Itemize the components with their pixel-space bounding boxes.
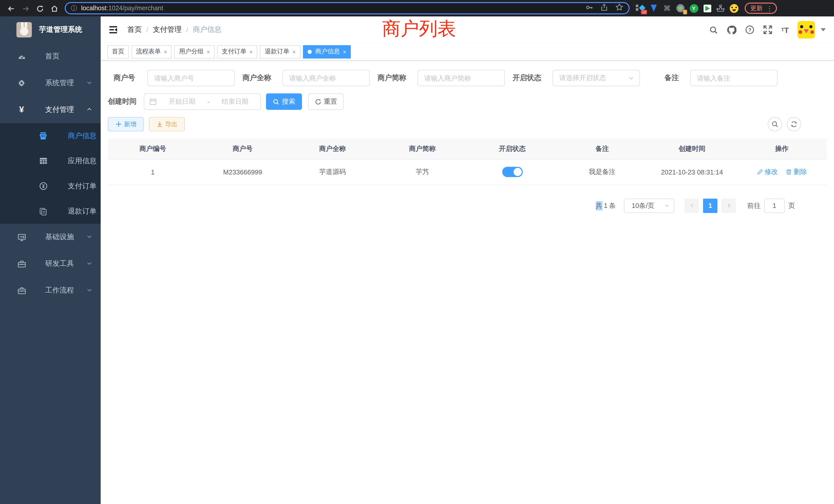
- chrome-menu-icon[interactable]: ⋮: [766, 4, 773, 12]
- short-name-input[interactable]: [418, 70, 505, 86]
- total-count: 共 1 条: [596, 201, 616, 210]
- chevron-down-icon: [628, 75, 634, 81]
- search-icon: [771, 121, 778, 128]
- status-toggle[interactable]: [502, 167, 523, 177]
- tab-home[interactable]: 首页: [107, 45, 129, 58]
- cell-remark: 我是备注: [557, 159, 647, 185]
- screen: ⓘ localhost :1024/pay/merchant 10: [0, 0, 834, 504]
- reset-button[interactable]: 重置: [308, 93, 344, 110]
- next-page-button[interactable]: [722, 198, 736, 213]
- end-date-placeholder: 结束日期: [215, 97, 255, 106]
- sidebar-item-home[interactable]: 首页: [0, 43, 101, 70]
- sidebar: 芋道管理系统 首页 系统管理 ¥ 支付管理: [0, 17, 101, 504]
- pagination: 共 1 条 10条/页 1 前: [108, 198, 795, 213]
- sidebar-item-payment[interactable]: ¥ 支付管理: [0, 96, 101, 123]
- password-key-icon[interactable]: [586, 3, 593, 13]
- header-search-icon[interactable]: [709, 25, 718, 34]
- merchant-no-input[interactable]: [147, 70, 235, 86]
- extension-recorder-icon[interactable]: 1: [676, 4, 685, 13]
- cell-status: [467, 159, 557, 185]
- sidebar-item-app-info[interactable]: 应用信息: [0, 148, 101, 174]
- extension-devtools-icon[interactable]: 10: [636, 4, 645, 13]
- browser-chrome: ⓘ localhost :1024/pay/merchant 10: [0, 0, 834, 17]
- close-icon[interactable]: ×: [164, 48, 167, 55]
- browser-forward-icon[interactable]: [19, 4, 33, 13]
- chevron-down-icon: [86, 287, 92, 295]
- cell-actions: 修改 删除: [737, 159, 827, 185]
- edit-link[interactable]: 修改: [757, 167, 778, 177]
- close-icon[interactable]: ×: [292, 48, 296, 55]
- refresh-table-button[interactable]: [787, 117, 801, 131]
- goto-page-input[interactable]: [764, 198, 785, 213]
- gear-icon: [17, 79, 27, 87]
- chrome-update-button[interactable]: 更新 ⋮: [745, 3, 777, 14]
- user-avatar[interactable]: [797, 21, 815, 39]
- create-time-label: 创建时间: [108, 97, 137, 106]
- sidebar-item-label: 退款订单: [68, 207, 96, 216]
- browser-refresh-icon[interactable]: [33, 4, 47, 13]
- col-actions: 操作: [737, 139, 827, 159]
- remark-label: 备注: [664, 73, 679, 83]
- sidebar-collapse-icon[interactable]: [109, 25, 119, 35]
- tab-pay-order[interactable]: 支付订单×: [217, 45, 258, 58]
- show-search-toggle-button[interactable]: [768, 117, 782, 131]
- tab-merchant-info[interactable]: 商户信息×: [303, 45, 351, 58]
- export-button[interactable]: 导出: [149, 117, 185, 131]
- close-icon[interactable]: ×: [343, 48, 346, 55]
- sidebar-item-dev-tools[interactable]: 研发工具: [0, 250, 101, 277]
- share-icon[interactable]: [600, 3, 608, 13]
- extension-y-icon[interactable]: Y: [689, 4, 698, 13]
- sidebar-item-workflow[interactable]: 工作流程: [0, 277, 101, 304]
- tab-user-group[interactable]: 用户分组×: [174, 45, 215, 58]
- search-button[interactable]: 搜索: [266, 93, 302, 110]
- url-bar[interactable]: ⓘ localhost :1024/pay/merchant: [65, 2, 630, 14]
- breadcrumb-separator: /: [186, 26, 188, 33]
- status-select[interactable]: 请选择开启状态: [553, 70, 640, 86]
- browser-home-icon[interactable]: [47, 4, 62, 13]
- help-icon[interactable]: ?: [745, 25, 755, 35]
- app-logo[interactable]: 芋道管理系统: [0, 17, 101, 43]
- extension-doc-icon[interactable]: [703, 4, 712, 13]
- full-name-label: 商户全称: [242, 73, 271, 83]
- refresh-icon: [790, 121, 797, 128]
- sidebar-item-refund-orders[interactable]: 退款订单: [0, 199, 101, 224]
- bookmark-star-icon[interactable]: [615, 3, 623, 13]
- sidebar-item-infrastructure[interactable]: 基础设施: [0, 224, 101, 250]
- app-title: 芋道管理系统: [39, 25, 82, 35]
- full-name-input[interactable]: [282, 70, 370, 86]
- page-1-button[interactable]: 1: [703, 198, 718, 213]
- breadcrumb-home[interactable]: 首页: [127, 25, 142, 35]
- create-time-range-picker[interactable]: 开始日期 - 结束日期: [144, 93, 261, 110]
- delete-link[interactable]: 删除: [786, 167, 807, 177]
- tab-process-form[interactable]: 流程表单×: [131, 45, 172, 58]
- browser-back-icon[interactable]: [4, 4, 19, 13]
- extension-gem-icon[interactable]: [649, 4, 658, 13]
- page-info-icon[interactable]: ⓘ: [71, 4, 77, 13]
- sidebar-item-label: 首页: [45, 52, 60, 61]
- extension-emoji-icon[interactable]: [729, 4, 739, 13]
- prev-page-button[interactable]: [684, 198, 699, 213]
- fullscreen-icon[interactable]: [763, 25, 773, 35]
- close-icon[interactable]: ×: [249, 48, 253, 55]
- breadcrumb-payment[interactable]: 支付管理: [153, 25, 181, 35]
- remark-input[interactable]: [690, 70, 777, 86]
- extensions-puzzle-icon[interactable]: [716, 4, 725, 13]
- add-button[interactable]: 新增: [108, 117, 144, 131]
- extension-command-icon[interactable]: ⌘: [662, 4, 672, 13]
- toolbox-icon: [17, 259, 27, 268]
- avatar-caret-icon[interactable]: [821, 28, 826, 31]
- font-size-icon[interactable]: TT: [781, 25, 789, 34]
- tab-refund-order[interactable]: 退款订单×: [260, 45, 301, 58]
- github-icon[interactable]: [727, 25, 737, 35]
- goto-label: 前往: [747, 201, 761, 210]
- sidebar-item-system[interactable]: 系统管理: [0, 70, 101, 96]
- sidebar-item-merchant-info[interactable]: 商户信息: [0, 123, 101, 148]
- annotation-title: 商户列表: [382, 17, 456, 42]
- documents-icon: [38, 207, 48, 215]
- close-icon[interactable]: ×: [207, 48, 210, 55]
- page-size-select[interactable]: 10条/页: [624, 198, 674, 213]
- status-label: 开启状态: [512, 73, 541, 83]
- extension-toolbar: 10 ⌘ 1 Y: [636, 4, 739, 13]
- sidebar-item-pay-orders[interactable]: 支付订单: [0, 174, 101, 199]
- briefcase-icon: [17, 286, 27, 295]
